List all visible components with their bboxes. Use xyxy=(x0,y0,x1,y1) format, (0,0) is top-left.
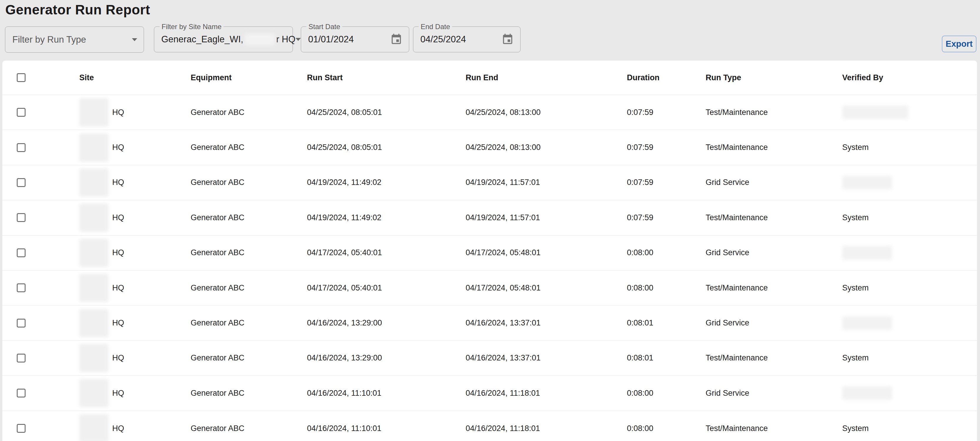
run-type-placeholder: Filter by Run Type xyxy=(12,34,86,45)
row-checkbox[interactable] xyxy=(17,248,25,257)
run-start-cell: 04/25/2024, 08:05:01 xyxy=(307,95,382,129)
duration-cell: 0:08:01 xyxy=(627,341,653,375)
site-cell: HQ xyxy=(79,411,124,441)
redacted-verified-by-name xyxy=(842,246,892,260)
row-checkbox[interactable] xyxy=(17,319,25,328)
site-cell: HQ xyxy=(79,165,124,200)
run-end-cell: 04/17/2024, 05:48:01 xyxy=(466,270,541,305)
run-type-cell: Grid Service xyxy=(706,235,749,270)
verified-by-cell: System xyxy=(842,270,869,305)
run-start-cell: 04/25/2024, 08:05:01 xyxy=(307,130,382,165)
redacted-verified-by-name xyxy=(842,176,892,189)
column-header-run-end: Run End xyxy=(466,61,498,95)
duration-cell: 0:08:00 xyxy=(627,411,653,441)
site-cell: HQ xyxy=(79,200,124,235)
equipment-cell: Generator ABC xyxy=(191,130,244,165)
row-checkbox[interactable] xyxy=(17,389,25,398)
redacted-site-name xyxy=(79,309,108,337)
chevron-down-icon xyxy=(296,38,301,41)
equipment-cell: Generator ABC xyxy=(191,235,244,270)
verified-by-text: System xyxy=(842,143,869,152)
site-cell: HQ xyxy=(79,376,124,411)
table-row: HQ Generator ABC 04/25/2024, 08:05:01 04… xyxy=(2,95,977,130)
duration-cell: 0:08:00 xyxy=(627,270,653,305)
redacted-site-name xyxy=(79,203,108,232)
redacted-verified-by-name xyxy=(842,316,892,330)
redacted-site-name xyxy=(79,379,108,407)
site-cell: HQ xyxy=(79,305,124,340)
redacted-verified-by-name xyxy=(842,386,892,400)
redacted-site-name xyxy=(79,274,108,302)
site-name-filter-value: Generac_Eagle_WI,r HQ xyxy=(161,34,296,45)
run-end-cell: 04/16/2024, 13:37:01 xyxy=(466,305,541,340)
run-start-cell: 04/17/2024, 05:40:01 xyxy=(307,270,382,305)
export-button[interactable]: Export xyxy=(942,35,977,52)
verified-by-text: System xyxy=(842,353,869,363)
run-end-cell: 04/16/2024, 13:37:01 xyxy=(466,341,541,375)
row-checkbox[interactable] xyxy=(17,143,25,152)
equipment-cell: Generator ABC xyxy=(191,305,244,340)
site-cell: HQ xyxy=(79,341,124,375)
calendar-icon[interactable] xyxy=(390,33,402,46)
site-suffix-text: HQ xyxy=(112,213,124,222)
row-checkbox[interactable] xyxy=(17,424,25,433)
column-header-verified-by: Verified By xyxy=(842,61,883,95)
run-type-cell: Test/Maintenance xyxy=(706,200,768,235)
site-name-filter-select[interactable]: Filter by Site Name Generac_Eagle_WI,r H… xyxy=(154,26,293,52)
row-checkbox[interactable] xyxy=(17,354,25,363)
redacted-site-name xyxy=(79,133,108,162)
verified-by-cell: System xyxy=(842,411,869,441)
duration-cell: 0:08:01 xyxy=(627,305,653,340)
row-checkbox[interactable] xyxy=(17,178,25,187)
run-end-cell: 04/19/2024, 11:57:01 xyxy=(466,200,540,235)
redacted-site-name xyxy=(79,168,108,197)
run-end-cell: 04/17/2024, 05:48:01 xyxy=(466,235,541,270)
verified-by-cell xyxy=(842,165,892,200)
site-suffix-text: HQ xyxy=(112,353,124,363)
start-date-value: 01/01/2024 xyxy=(308,34,354,45)
table-row: HQ Generator ABC 04/16/2024, 11:10:01 04… xyxy=(2,411,977,441)
report-table: Site Equipment Run Start Run End Duratio… xyxy=(2,61,977,441)
site-name-prefix: Generac_Eagle_WI, xyxy=(161,34,243,45)
site-cell: HQ xyxy=(79,235,124,270)
run-start-cell: 04/19/2024, 11:49:02 xyxy=(307,200,381,235)
site-suffix-text: HQ xyxy=(112,248,124,257)
run-type-cell: Test/Maintenance xyxy=(706,341,768,375)
run-type-cell: Test/Maintenance xyxy=(706,411,768,441)
page-title: Generator Run Report xyxy=(5,2,150,18)
run-start-cell: 04/19/2024, 11:49:02 xyxy=(307,165,381,200)
row-checkbox[interactable] xyxy=(17,283,25,292)
run-end-cell: 04/16/2024, 11:18:01 xyxy=(466,411,540,441)
run-start-cell: 04/16/2024, 13:29:00 xyxy=(307,341,382,375)
end-date-field[interactable]: End Date 04/25/2024 xyxy=(413,26,520,52)
table-row: HQ Generator ABC 04/25/2024, 08:05:01 04… xyxy=(2,130,977,165)
end-date-label: End Date xyxy=(418,22,452,31)
site-suffix-text: HQ xyxy=(112,283,124,292)
site-suffix-text: HQ xyxy=(112,424,124,433)
row-checkbox[interactable] xyxy=(17,108,25,117)
calendar-icon[interactable] xyxy=(501,33,514,46)
row-checkbox[interactable] xyxy=(17,213,25,222)
duration-cell: 0:07:59 xyxy=(627,165,653,200)
site-suffix-text: HQ xyxy=(112,178,124,187)
table-row: HQ Generator ABC 04/19/2024, 11:49:02 04… xyxy=(2,165,977,200)
duration-cell: 0:08:00 xyxy=(627,376,653,411)
site-name-filter-label: Filter by Site Name xyxy=(159,22,224,31)
end-date-value: 04/25/2024 xyxy=(420,34,466,45)
equipment-cell: Generator ABC xyxy=(191,270,244,305)
run-type-cell: Grid Service xyxy=(706,376,749,411)
verified-by-text: System xyxy=(842,283,869,292)
verified-by-text: System xyxy=(842,424,869,433)
column-header-equipment: Equipment xyxy=(191,61,232,95)
equipment-cell: Generator ABC xyxy=(191,95,244,129)
run-start-cell: 04/16/2024, 11:10:01 xyxy=(307,376,381,411)
start-date-field[interactable]: Start Date 01/01/2024 xyxy=(301,26,409,52)
run-type-filter-select[interactable]: Filter by Run Type xyxy=(5,26,144,53)
verified-by-cell xyxy=(842,305,892,340)
site-name-suffix: r HQ xyxy=(276,34,295,45)
verified-by-cell xyxy=(842,235,892,270)
select-all-checkbox[interactable] xyxy=(17,73,25,82)
column-header-run-start: Run Start xyxy=(307,61,343,95)
table-row: HQ Generator ABC 04/16/2024, 13:29:00 04… xyxy=(2,305,977,340)
table-row: HQ Generator ABC 04/17/2024, 05:40:01 04… xyxy=(2,235,977,270)
